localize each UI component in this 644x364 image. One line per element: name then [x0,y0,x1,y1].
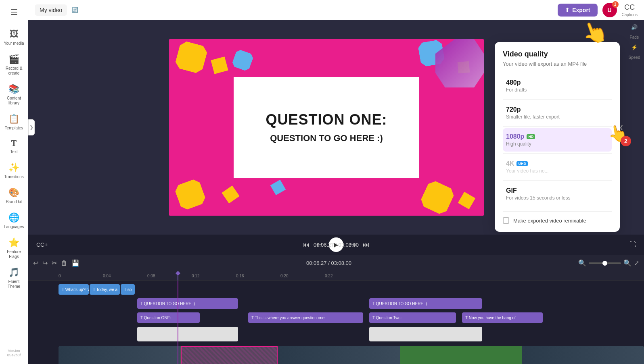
quality-option-480p[interactable]: 480p For drafts [503,74,612,98]
user-avatar[interactable]: U 1 [602,3,617,17]
ruler-22: 0:22 [325,274,369,278]
sidebar-item-content-library[interactable]: 📚 Content library [1,81,27,109]
sidebar-item-your-media[interactable]: 🖼 Your media [1,26,27,49]
autosave-indicator: 🔄 [72,7,78,13]
sidebar-item-languages[interactable]: 🌐 Languages [1,209,27,233]
notification-badge: 1 [612,1,619,8]
clip-so[interactable]: T so [121,284,135,295]
clip-question-two[interactable]: T Question Two: [369,312,456,323]
clip-label: T Today, we a [93,287,117,292]
timeline-toolbar: ↩ ↪ ✂ 🗑 💾 00:06.27 / 03:08.00 🔍 🔍 ⤢ [28,255,644,271]
quality-480p-label: 480p [506,79,608,86]
quality-480p-sub: For drafts [506,87,608,93]
video-thumb-3 [522,346,644,364]
fullscreen-button[interactable]: ⛶ [629,241,636,248]
export-button[interactable]: ⬆ Export [558,4,597,17]
shape-blue-1 [231,49,255,72]
shape-purple-1 [435,39,484,87]
zoom-controls: 🔍 🔍 ⤢ [578,259,639,267]
zoom-in-icon[interactable]: 🔍 [623,259,631,267]
redo-button[interactable]: ↪ [42,259,48,267]
transitions-icon: ✨ [8,162,19,173]
timeline-time-display: 00:06.27 / 03:08.00 [84,260,574,266]
zoom-thumb [602,261,607,266]
clip-white-1[interactable] [137,327,238,341]
cut-button[interactable]: ✂ [52,259,57,267]
ruler-marks: 0 0:04 0:08 0:12 0:16 0:20 0:22 [59,274,644,278]
video-title[interactable]: My video [35,4,67,16]
sidebar-item-fluent-theme[interactable]: 🎵 Fluent Theme [1,264,27,292]
undo-button[interactable]: ↩ [33,259,38,267]
panel-toggle-left[interactable]: ❯ [28,119,35,135]
track-content-answers: T Question ONE: T This is where you answ… [59,312,644,324]
shape-yellow-2 [174,178,207,211]
zoom-out-icon[interactable]: 🔍 [578,259,586,267]
sidebar-item-text[interactable]: T Text [1,135,27,158]
quality-gif-sub: For videos 15 seconds or less [506,195,608,201]
sidebar-item-brand-kit[interactable]: 🎨 Brand kit [1,184,27,208]
hamburger-menu[interactable]: ☰ [6,3,22,21]
shape-blue-3 [268,178,288,198]
editor-area: QUESTION ONE: QUESTION TO GO HERE :) 🔊 F… [28,20,644,235]
clip-q1-goto2[interactable]: T QUESTION TO GO HERE :) [369,298,482,309]
clip-q1-goto1[interactable]: T QUESTION TO GO HERE :) [137,298,238,309]
clip-whatsup[interactable]: T What's up?! W [59,284,89,295]
shape-yellow-1 [174,40,209,75]
quality-option-1080p[interactable]: 1080p HD High quality 👆 2 [503,128,612,152]
video-thumb-1 [59,346,181,364]
zoom-slider[interactable] [589,262,621,264]
quality-divider-4 [503,180,612,181]
remixable-checkbox[interactable] [503,217,509,224]
clip-white-2[interactable] [369,327,482,341]
track-content-subtitles: T What's up?! W T Today, we a T so [59,283,644,296]
speed-label: Speed [629,55,640,60]
clip-today[interactable]: T Today, we a [90,284,120,295]
playhead[interactable] [178,271,178,281]
shape-diamond-1 [206,52,233,79]
track-content-white-1 [59,326,644,343]
clip-question-one[interactable]: T Question ONE: [137,312,200,323]
volume-control[interactable]: 🔊 [631,24,638,30]
quality-option-4k[interactable]: 4K UHD Your video has no... [503,155,612,179]
brand-label: Brand kit [6,200,22,204]
track-row-questions: T QUESTION TO GO HERE :) T QUESTION TO G… [28,297,644,310]
ruler-0: 0 [59,274,103,278]
video-thumb-2 [278,346,400,364]
skip-to-end-button[interactable]: ⏭ [362,241,370,249]
clip-this-is-where[interactable]: T This is where you answer question one [248,312,363,323]
sidebar-item-record-create[interactable]: 🎬 Record & create [1,51,27,79]
quality-1080p-sub: High quality [506,141,608,147]
timecode-display: 00:06.27 / 03:08.00 [314,242,359,248]
quality-1080p-label: 1080p HD [506,133,608,140]
quality-720p-sub: Smaller file, faster export [506,114,608,120]
clip-label: T QUESTION TO GO HERE :) [372,302,427,306]
quality-gif-label: GIF [506,187,608,194]
expand-icon[interactable]: ⤢ [634,259,639,267]
record-icon: 🎬 [8,54,19,64]
clip-label: T QUESTION TO GO HERE :) [140,302,195,306]
save-button[interactable]: 💾 [71,259,79,267]
delete-button[interactable]: 🗑 [61,260,67,267]
ruler-08: 0:08 [147,274,192,278]
quality-option-gif[interactable]: GIF For videos 15 seconds or less [503,182,612,206]
captions-button[interactable]: CC Captions [622,3,638,17]
cc-button[interactable]: CC+ [36,241,48,248]
sidebar-item-transitions[interactable]: ✨ Transitions [1,159,27,183]
track-row-white-1 [28,326,644,343]
your-media-label: Your media [4,41,24,46]
sidebar-item-feature-flags[interactable]: ⭐ Feature Flags [1,234,27,262]
video-track-strip[interactable] [59,346,644,364]
ruler-12: 0:12 [192,274,236,278]
video-preview[interactable]: QUESTION ONE: QUESTION TO GO HERE :) [169,39,484,216]
export-icon: ⬆ [565,7,570,13]
tracks-area: T What's up?! W T Today, we a T so [28,281,644,364]
sidebar-item-templates[interactable]: 📋 Templates [1,110,27,134]
fluent-theme-label: Fluent Theme [3,279,25,289]
speed-control[interactable]: ⚡ [631,44,638,50]
quality-dropdown: Video quality Your video will export as … [495,42,620,232]
quality-option-720p[interactable]: 720p Smaller file, faster export [503,101,612,125]
hd-badge: HD [527,134,535,139]
skip-to-start-button[interactable]: ⏮ [303,241,310,249]
content-label: Content library [3,96,25,106]
clip-now-you-have[interactable]: T Now you have the hang of [462,312,543,323]
